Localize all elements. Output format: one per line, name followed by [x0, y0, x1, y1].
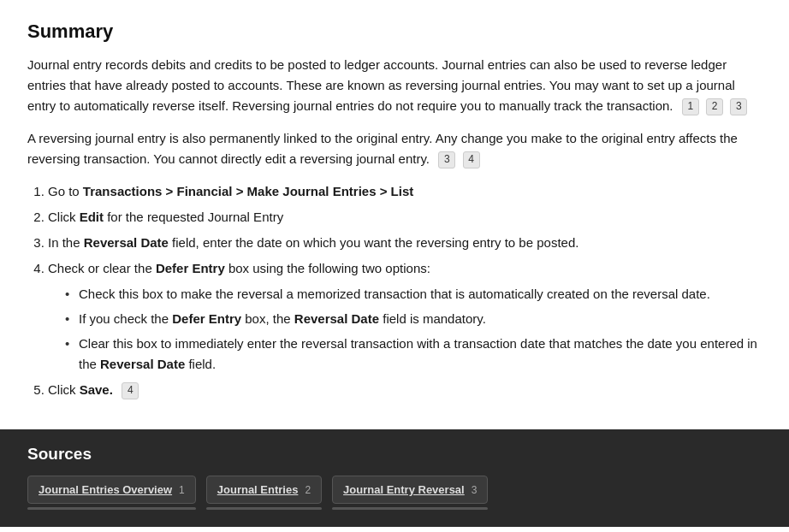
step-2: Click Edit for the requested Journal Ent…	[48, 207, 762, 228]
step-4: Check or clear the Defer Entry box using…	[48, 258, 762, 375]
source-1-label: Journal Entries Overview	[39, 483, 172, 496]
subitem-3: Clear this box to immediately enter the …	[65, 334, 762, 375]
source-1-wrapper: Journal Entries Overview 1	[27, 476, 196, 510]
source-3-num: 3	[472, 484, 478, 496]
steps-list: Go to Transactions > Financial > Make Jo…	[48, 181, 762, 400]
subitem-2: If you check the Defer Entry box, the Re…	[65, 309, 762, 329]
ref-badge-2[interactable]: 2	[706, 98, 723, 115]
sources-title: Sources	[27, 445, 762, 464]
ref-badge-4[interactable]: 4	[463, 151, 480, 168]
step-5: Click Save. 4	[48, 380, 762, 400]
source-2-bar	[206, 507, 322, 510]
step-4-defer: Defer Entry	[156, 261, 225, 275]
step-1: Go to Transactions > Financial > Make Jo…	[48, 181, 762, 202]
sources-list: Journal Entries Overview 1 Journal Entri…	[27, 476, 762, 510]
step-5-save: Save.	[80, 382, 113, 397]
paragraph-1: Journal entry records debits and credits…	[27, 55, 762, 116]
step-3: In the Reversal Date field, enter the da…	[48, 233, 762, 253]
subitem-2-defer: Defer Entry	[172, 311, 241, 326]
ref-badge-3[interactable]: 3	[730, 98, 747, 115]
source-3-wrapper: Journal Entry Reversal 3	[332, 476, 488, 510]
main-content: Summary Journal entry records debits and…	[0, 0, 789, 423]
subitem-3-reversal: Reversal Date	[100, 357, 185, 371]
source-2-label: Journal Entries	[217, 483, 299, 496]
paragraph-2: A reversing journal entry is also perman…	[27, 128, 762, 169]
step-3-reversal-date: Reversal Date	[84, 235, 169, 250]
source-3-bar	[332, 507, 488, 510]
source-2-wrapper: Journal Entries 2	[206, 476, 322, 510]
source-2-num: 2	[305, 484, 311, 496]
step-4-subitems: Check this box to make the reversal a me…	[65, 284, 762, 375]
ref-badge-1[interactable]: 1	[682, 98, 699, 115]
source-2[interactable]: Journal Entries 2	[206, 476, 322, 504]
source-3-label: Journal Entry Reversal	[343, 483, 465, 496]
step-1-bold: Transactions > Financial > Make Journal …	[83, 184, 413, 198]
source-1-bar	[27, 507, 196, 510]
source-3[interactable]: Journal Entry Reversal 3	[332, 476, 488, 504]
summary-title: Summary	[27, 21, 762, 43]
subitem-1: Check this box to make the reversal a me…	[65, 284, 762, 304]
source-1-num: 1	[179, 484, 185, 496]
source-1[interactable]: Journal Entries Overview 1	[27, 476, 196, 504]
ref-badge-3b[interactable]: 3	[438, 151, 455, 168]
subitem-2-reversal: Reversal Date	[294, 311, 379, 326]
ref-badge-4b[interactable]: 4	[122, 382, 139, 399]
sources-section: Sources Journal Entries Overview 1 Journ…	[0, 429, 789, 527]
step-2-edit: Edit	[80, 210, 104, 224]
